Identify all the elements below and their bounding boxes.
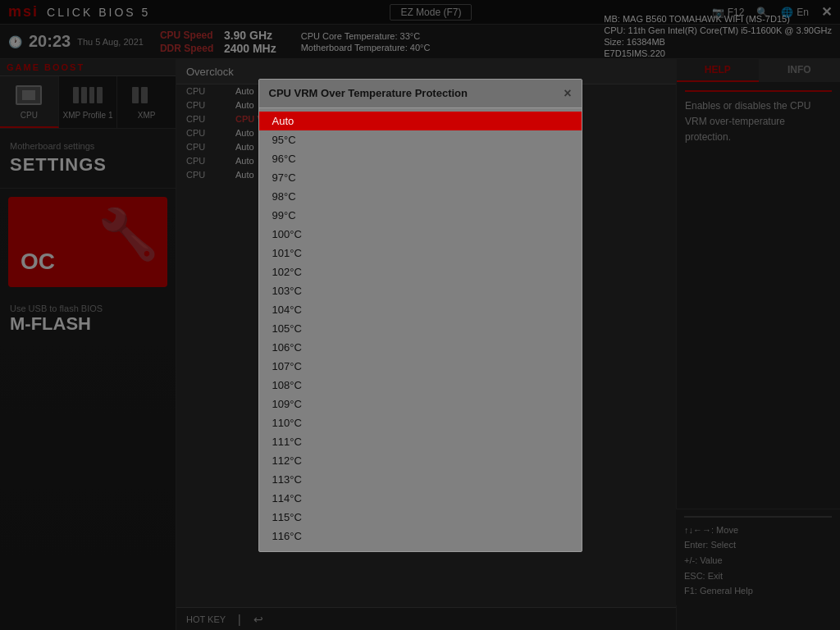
dropdown-item[interactable]: 105°C bbox=[259, 319, 582, 338]
dropdown-item[interactable]: 103°C bbox=[259, 281, 582, 300]
dropdown-item[interactable]: 101°C bbox=[259, 244, 582, 262]
dropdown-item[interactable]: 106°C bbox=[259, 338, 582, 357]
dropdown-item[interactable]: Auto bbox=[259, 112, 582, 130]
dropdown-item[interactable]: 108°C bbox=[259, 376, 582, 395]
dropdown-item[interactable]: 110°C bbox=[259, 413, 582, 432]
modal-overlay[interactable]: CPU VRM Over Temperature Protection × Au… bbox=[0, 0, 840, 630]
modal-close-button[interactable]: × bbox=[564, 86, 571, 101]
dropdown-item[interactable]: 115°C bbox=[259, 508, 582, 527]
dropdown-item[interactable]: 100°C bbox=[259, 225, 582, 244]
dropdown-item[interactable]: 96°C bbox=[259, 149, 582, 168]
dropdown-item[interactable]: 97°C bbox=[259, 168, 582, 187]
modal-body[interactable]: Auto95°C96°C97°C98°C99°C100°C101°C102°C1… bbox=[259, 108, 582, 551]
dropdown-item[interactable]: 99°C bbox=[259, 206, 582, 225]
dropdown-item[interactable]: 117°C bbox=[259, 546, 582, 551]
dropdown-item[interactable]: 102°C bbox=[259, 262, 582, 281]
dropdown-item[interactable]: 107°C bbox=[259, 357, 582, 376]
dropdown-item[interactable]: 98°C bbox=[259, 187, 582, 206]
dropdown-item[interactable]: 116°C bbox=[259, 527, 582, 546]
modal-title: CPU VRM Over Temperature Protection bbox=[269, 87, 468, 99]
modal-header: CPU VRM Over Temperature Protection × bbox=[259, 80, 582, 108]
dropdown-item[interactable]: 114°C bbox=[259, 489, 582, 508]
dropdown-item[interactable]: 111°C bbox=[259, 432, 582, 451]
temperature-modal: CPU VRM Over Temperature Protection × Au… bbox=[258, 79, 582, 552]
dropdown-item[interactable]: 95°C bbox=[259, 130, 582, 149]
dropdown-item[interactable]: 109°C bbox=[259, 395, 582, 413]
dropdown-item[interactable]: 113°C bbox=[259, 470, 582, 489]
dropdown-item[interactable]: 112°C bbox=[259, 451, 582, 470]
dropdown-item[interactable]: 104°C bbox=[259, 300, 582, 319]
